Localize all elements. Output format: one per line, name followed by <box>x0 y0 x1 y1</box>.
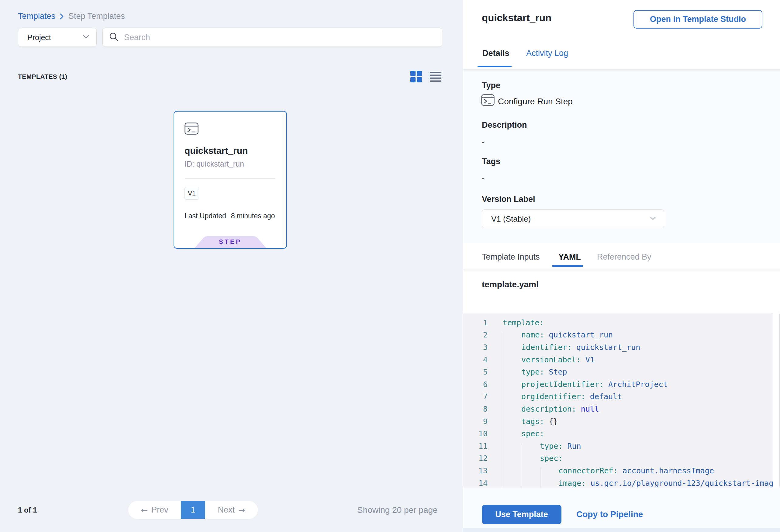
yaml-line: 9tags: {} <box>463 415 780 428</box>
version-label: Version Label <box>482 195 535 204</box>
tab-referenced-by[interactable]: Referenced By <box>597 252 651 262</box>
step-ribbon: STEP <box>193 236 268 249</box>
subtab-shadow <box>463 269 780 273</box>
current-page-button[interactable]: 1 <box>181 501 205 519</box>
search-box <box>102 28 442 47</box>
tab-details[interactable]: Details <box>482 49 509 58</box>
type-label: Type <box>482 81 500 90</box>
chevron-down-icon <box>650 216 656 222</box>
templates-list-panel: Templates Step Templates Project TEMPLAT… <box>0 0 463 532</box>
chevron-down-icon <box>83 35 89 40</box>
template-details-panel: quickstart_run Open in Template Studio D… <box>463 0 780 532</box>
search-icon <box>109 32 118 43</box>
yaml-line: 11type: Run <box>463 440 780 452</box>
version-badge: V1 <box>185 187 199 200</box>
yaml-line: 2name: quickstart_run <box>463 329 780 341</box>
scope-select[interactable]: Project <box>18 28 97 47</box>
yaml-line: 6projectIdentifier: ArchitProject <box>463 378 780 391</box>
yaml-code: 1template:2name: quickstart_run3identifi… <box>463 317 780 488</box>
tab-activity-log[interactable]: Activity Log <box>526 49 568 58</box>
yaml-line: 10spec: <box>463 427 780 440</box>
pagination: ← Prev 1 Next → <box>128 501 258 519</box>
yaml-tab-underline <box>552 265 583 267</box>
run-step-terminal-icon <box>185 123 198 136</box>
breadcrumb-templates-link[interactable]: Templates <box>18 11 55 21</box>
arrow-left-icon: ← <box>141 505 148 515</box>
yaml-line: 13connectorRef: account.harnessImage <box>463 465 780 477</box>
scope-select-label: Project <box>28 33 51 42</box>
yaml-code-viewer: 1template:2name: quickstart_run3identifi… <box>463 313 780 488</box>
template-card[interactable]: quickstart_run ID: quickstart_run V1 Las… <box>174 111 287 249</box>
step-ribbon-label: STEP <box>193 238 268 245</box>
prev-page-button[interactable]: ← Prev <box>128 501 181 519</box>
prev-page-label: Prev <box>151 505 168 515</box>
search-input[interactable] <box>124 33 436 43</box>
type-value: Configure Run Step <box>498 97 573 106</box>
header-shadow <box>463 69 780 72</box>
tab-template-inputs[interactable]: Template Inputs <box>482 252 540 262</box>
yaml-line: 7orgIdentifier: default <box>463 391 780 403</box>
panel-title: quickstart_run <box>482 12 551 24</box>
card-divider <box>185 179 276 179</box>
chevron-right-icon <box>60 13 64 20</box>
arrow-right-icon: → <box>238 505 245 515</box>
yaml-line: 12spec: <box>463 452 780 465</box>
template-card-id: ID: quickstart_run <box>185 160 244 168</box>
panel-bottom-strip <box>463 528 780 532</box>
run-step-terminal-icon <box>481 94 495 107</box>
version-select-value: V1 (Stable) <box>491 214 531 224</box>
code-scrollbar[interactable] <box>773 313 780 488</box>
breadcrumb-current: Step Templates <box>68 11 125 21</box>
tab-yaml[interactable]: YAML <box>558 252 581 262</box>
copy-to-pipeline-link[interactable]: Copy to Pipeline <box>576 510 643 519</box>
last-updated-row: Last Updated 8 minutes ago <box>185 212 275 220</box>
last-updated-label: Last Updated <box>185 212 226 220</box>
page-summary: 1 of 1 <box>18 506 37 514</box>
grid-view-icon[interactable] <box>410 71 422 82</box>
tags-value: - <box>482 173 485 183</box>
details-tab-underline <box>478 66 511 67</box>
yaml-line: 8description: null <box>463 403 780 415</box>
yaml-file-label: template.yaml <box>482 280 539 289</box>
next-page-button[interactable]: Next → <box>205 501 258 519</box>
breadcrumb: Templates Step Templates <box>18 11 125 21</box>
last-updated-value: 8 minutes ago <box>231 212 275 220</box>
open-in-template-studio-button[interactable]: Open in Template Studio <box>633 10 762 29</box>
yaml-line: 5type: Step <box>463 366 780 378</box>
yaml-line: 14image: us.gcr.io/playground-123/quicks… <box>463 477 780 488</box>
templates-count-heading: TEMPLATES (1) <box>18 73 67 80</box>
yaml-line: 3identifier: quickstart_run <box>463 341 780 353</box>
yaml-line: 4versionLabel: V1 <box>463 353 780 366</box>
tags-label: Tags <box>482 157 500 166</box>
description-value: - <box>482 137 485 147</box>
list-view-icon[interactable] <box>430 72 441 82</box>
yaml-line: 1template: <box>463 317 780 329</box>
next-page-label: Next <box>217 505 235 515</box>
page: Templates Step Templates Project TEMPLAT… <box>0 0 780 532</box>
per-page-text: Showing 20 per page <box>357 505 438 515</box>
template-card-title: quickstart_run <box>185 146 248 156</box>
version-select[interactable]: V1 (Stable) <box>482 209 664 228</box>
description-label: Description <box>482 120 527 130</box>
use-template-button[interactable]: Use Template <box>482 505 562 524</box>
